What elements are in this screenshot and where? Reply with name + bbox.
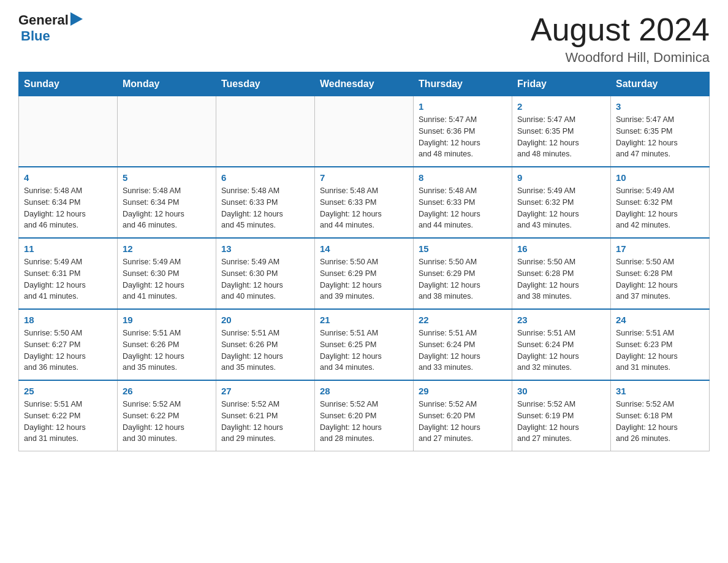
calendar-cell-week5-day5: 30Sunrise: 5:52 AMSunset: 6:19 PMDayligh… xyxy=(512,380,611,451)
col-wednesday: Wednesday xyxy=(315,72,414,96)
day-info: Sunrise: 5:51 AMSunset: 6:26 PMDaylight:… xyxy=(123,327,211,373)
day-info: Sunrise: 5:51 AMSunset: 6:25 PMDaylight:… xyxy=(320,327,408,373)
col-friday: Friday xyxy=(512,72,611,96)
title-area: August 2024 Woodford Hill, Dominica xyxy=(531,12,710,66)
calendar-cell-week5-day3: 28Sunrise: 5:52 AMSunset: 6:20 PMDayligh… xyxy=(315,380,414,451)
day-info: Sunrise: 5:47 AMSunset: 6:35 PMDaylight:… xyxy=(517,114,605,160)
day-number: 30 xyxy=(517,386,605,396)
day-info: Sunrise: 5:50 AMSunset: 6:29 PMDaylight:… xyxy=(320,256,408,302)
day-number: 9 xyxy=(517,172,605,183)
col-tuesday: Tuesday xyxy=(216,72,315,96)
calendar-cell-week2-day5: 9Sunrise: 5:49 AMSunset: 6:32 PMDaylight… xyxy=(512,167,611,238)
calendar-cell-week3-day1: 12Sunrise: 5:49 AMSunset: 6:30 PMDayligh… xyxy=(118,238,216,309)
day-info: Sunrise: 5:47 AMSunset: 6:35 PMDaylight:… xyxy=(616,114,704,160)
calendar-cell-week1-day3 xyxy=(315,96,414,167)
day-number: 12 xyxy=(123,243,211,254)
calendar-table: Sunday Monday Tuesday Wednesday Thursday… xyxy=(18,72,710,451)
calendar-cell-week5-day0: 25Sunrise: 5:51 AMSunset: 6:22 PMDayligh… xyxy=(19,380,118,451)
calendar-cell-week2-day0: 4Sunrise: 5:48 AMSunset: 6:34 PMDaylight… xyxy=(19,167,118,238)
day-info: Sunrise: 5:48 AMSunset: 6:34 PMDaylight:… xyxy=(24,185,112,231)
day-number: 2 xyxy=(517,101,605,112)
calendar-cell-week4-day2: 20Sunrise: 5:51 AMSunset: 6:26 PMDayligh… xyxy=(216,309,315,380)
logo-general-text: General xyxy=(18,12,69,28)
day-info: Sunrise: 5:51 AMSunset: 6:26 PMDaylight:… xyxy=(221,327,309,373)
calendar-cell-week1-day4: 1Sunrise: 5:47 AMSunset: 6:36 PMDaylight… xyxy=(414,96,512,167)
calendar-cell-week3-day2: 13Sunrise: 5:49 AMSunset: 6:30 PMDayligh… xyxy=(216,238,315,309)
day-info: Sunrise: 5:49 AMSunset: 6:30 PMDaylight:… xyxy=(221,256,309,302)
calendar-cell-week3-day5: 16Sunrise: 5:50 AMSunset: 6:28 PMDayligh… xyxy=(512,238,611,309)
calendar-cell-week4-day6: 24Sunrise: 5:51 AMSunset: 6:23 PMDayligh… xyxy=(611,309,710,380)
day-info: Sunrise: 5:48 AMSunset: 6:34 PMDaylight:… xyxy=(123,185,211,231)
calendar-cell-week5-day4: 29Sunrise: 5:52 AMSunset: 6:20 PMDayligh… xyxy=(414,380,512,451)
day-info: Sunrise: 5:47 AMSunset: 6:36 PMDaylight:… xyxy=(419,114,507,160)
day-info: Sunrise: 5:51 AMSunset: 6:24 PMDaylight:… xyxy=(419,327,507,373)
logo-arrow-icon xyxy=(70,12,88,26)
day-info: Sunrise: 5:51 AMSunset: 6:23 PMDaylight:… xyxy=(616,327,704,373)
day-number: 14 xyxy=(320,243,408,254)
day-number: 31 xyxy=(616,386,704,396)
day-number: 6 xyxy=(221,172,309,183)
calendar-cell-week2-day3: 7Sunrise: 5:48 AMSunset: 6:33 PMDaylight… xyxy=(315,167,414,238)
calendar-header-row: Sunday Monday Tuesday Wednesday Thursday… xyxy=(19,72,710,96)
day-number: 23 xyxy=(517,315,605,325)
day-info: Sunrise: 5:52 AMSunset: 6:22 PMDaylight:… xyxy=(123,399,211,445)
day-info: Sunrise: 5:50 AMSunset: 6:28 PMDaylight:… xyxy=(517,256,605,302)
day-info: Sunrise: 5:49 AMSunset: 6:32 PMDaylight:… xyxy=(517,185,605,231)
page-header: General Blue August 2024 Woodford Hill, … xyxy=(18,12,710,66)
day-info: Sunrise: 5:49 AMSunset: 6:32 PMDaylight:… xyxy=(616,185,704,231)
calendar-cell-week5-day2: 27Sunrise: 5:52 AMSunset: 6:21 PMDayligh… xyxy=(216,380,315,451)
day-info: Sunrise: 5:52 AMSunset: 6:18 PMDaylight:… xyxy=(616,399,704,445)
calendar-week-1: 1Sunrise: 5:47 AMSunset: 6:36 PMDaylight… xyxy=(19,96,710,167)
calendar-week-5: 25Sunrise: 5:51 AMSunset: 6:22 PMDayligh… xyxy=(19,380,710,451)
day-info: Sunrise: 5:50 AMSunset: 6:27 PMDaylight:… xyxy=(24,327,112,373)
calendar-cell-week4-day0: 18Sunrise: 5:50 AMSunset: 6:27 PMDayligh… xyxy=(19,309,118,380)
day-number: 24 xyxy=(616,315,704,325)
day-number: 15 xyxy=(419,243,507,254)
calendar-cell-week1-day0 xyxy=(19,96,118,167)
day-info: Sunrise: 5:50 AMSunset: 6:29 PMDaylight:… xyxy=(419,256,507,302)
calendar-cell-week5-day1: 26Sunrise: 5:52 AMSunset: 6:22 PMDayligh… xyxy=(118,380,216,451)
day-number: 8 xyxy=(419,172,507,183)
day-number: 4 xyxy=(24,172,112,183)
col-monday: Monday xyxy=(118,72,216,96)
day-number: 1 xyxy=(419,101,507,112)
calendar-cell-week2-day4: 8Sunrise: 5:48 AMSunset: 6:33 PMDaylight… xyxy=(414,167,512,238)
day-info: Sunrise: 5:49 AMSunset: 6:30 PMDaylight:… xyxy=(123,256,211,302)
day-number: 28 xyxy=(320,386,408,396)
calendar-cell-week4-day3: 21Sunrise: 5:51 AMSunset: 6:25 PMDayligh… xyxy=(315,309,414,380)
day-number: 19 xyxy=(123,315,211,325)
day-info: Sunrise: 5:52 AMSunset: 6:20 PMDaylight:… xyxy=(419,399,507,445)
day-number: 7 xyxy=(320,172,408,183)
day-info: Sunrise: 5:50 AMSunset: 6:28 PMDaylight:… xyxy=(616,256,704,302)
calendar-week-2: 4Sunrise: 5:48 AMSunset: 6:34 PMDaylight… xyxy=(19,167,710,238)
col-thursday: Thursday xyxy=(414,72,512,96)
calendar-cell-week1-day6: 3Sunrise: 5:47 AMSunset: 6:35 PMDaylight… xyxy=(611,96,710,167)
month-title: August 2024 xyxy=(531,12,710,47)
calendar-cell-week5-day6: 31Sunrise: 5:52 AMSunset: 6:18 PMDayligh… xyxy=(611,380,710,451)
day-number: 10 xyxy=(616,172,704,183)
calendar-cell-week4-day4: 22Sunrise: 5:51 AMSunset: 6:24 PMDayligh… xyxy=(414,309,512,380)
day-info: Sunrise: 5:52 AMSunset: 6:21 PMDaylight:… xyxy=(221,399,309,445)
calendar-cell-week2-day6: 10Sunrise: 5:49 AMSunset: 6:32 PMDayligh… xyxy=(611,167,710,238)
day-info: Sunrise: 5:51 AMSunset: 6:24 PMDaylight:… xyxy=(517,327,605,373)
day-number: 29 xyxy=(419,386,507,396)
day-number: 26 xyxy=(123,386,211,396)
col-saturday: Saturday xyxy=(611,72,710,96)
day-number: 16 xyxy=(517,243,605,254)
day-number: 5 xyxy=(123,172,211,183)
calendar-cell-week3-day4: 15Sunrise: 5:50 AMSunset: 6:29 PMDayligh… xyxy=(414,238,512,309)
calendar-cell-week1-day2 xyxy=(216,96,315,167)
day-info: Sunrise: 5:51 AMSunset: 6:22 PMDaylight:… xyxy=(24,399,112,445)
day-number: 22 xyxy=(419,315,507,325)
day-info: Sunrise: 5:52 AMSunset: 6:19 PMDaylight:… xyxy=(517,399,605,445)
svg-marker-0 xyxy=(70,12,83,26)
day-number: 17 xyxy=(616,243,704,254)
day-info: Sunrise: 5:48 AMSunset: 6:33 PMDaylight:… xyxy=(221,185,309,231)
calendar-cell-week1-day5: 2Sunrise: 5:47 AMSunset: 6:35 PMDaylight… xyxy=(512,96,611,167)
calendar-cell-week3-day3: 14Sunrise: 5:50 AMSunset: 6:29 PMDayligh… xyxy=(315,238,414,309)
col-sunday: Sunday xyxy=(19,72,118,96)
day-number: 20 xyxy=(221,315,309,325)
calendar-cell-week3-day6: 17Sunrise: 5:50 AMSunset: 6:28 PMDayligh… xyxy=(611,238,710,309)
day-number: 11 xyxy=(24,243,112,254)
day-number: 18 xyxy=(24,315,112,325)
